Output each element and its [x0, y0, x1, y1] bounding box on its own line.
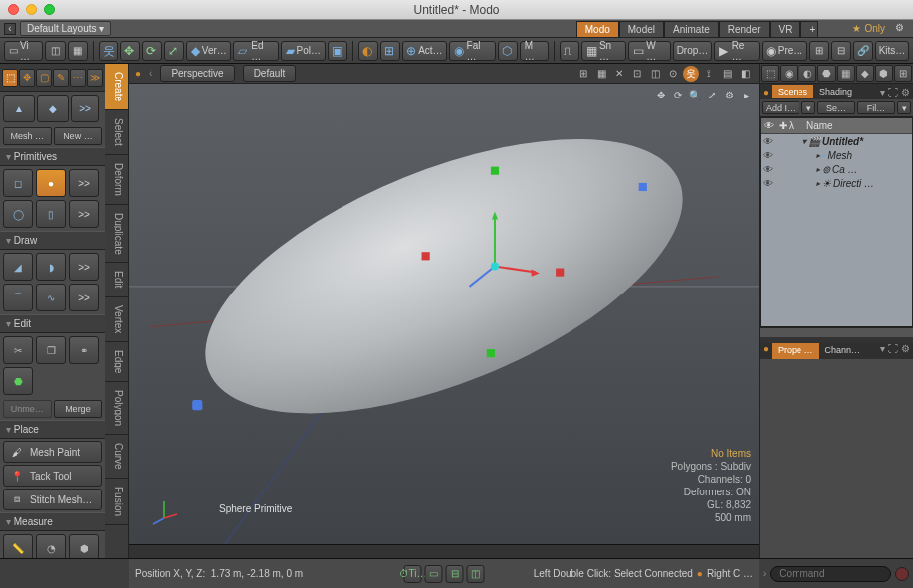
cube-primitive[interactable]: ◻: [3, 169, 33, 197]
vtab-edge[interactable]: Edge: [105, 342, 128, 382]
person-icon[interactable]: 웃: [99, 41, 118, 61]
scene-tree[interactable]: 👁✚ λ Name 👁 ▾🎬Untitled* 👁 ▸▫Mesh 👁 ▸⊚Ca …: [760, 117, 913, 327]
mesh-paint-button[interactable]: 🖌Mesh Paint: [3, 441, 102, 463]
kits-button[interactable]: Kits…: [875, 41, 909, 61]
place-header[interactable]: Place: [0, 420, 105, 439]
nav-rotate-icon[interactable]: ⟳: [671, 88, 685, 101]
mesh-button[interactable]: Mesh …: [3, 127, 52, 145]
tab-add[interactable]: +: [800, 21, 818, 37]
only-toggle[interactable]: ★ Only: [848, 23, 889, 34]
vp-opt-5[interactable]: ◫: [647, 66, 663, 82]
tab-model[interactable]: Model: [619, 21, 664, 37]
draw-tool-4[interactable]: ∿: [36, 284, 66, 311]
nav-zoom-icon[interactable]: 🔍: [688, 88, 702, 101]
tab-render[interactable]: Render: [719, 21, 770, 37]
grid-b-icon[interactable]: ⊟: [831, 41, 851, 61]
measure-header[interactable]: Measure: [0, 512, 105, 531]
cluster-pen-icon[interactable]: ✎: [53, 69, 69, 87]
draw-tool-2[interactable]: ◗: [36, 253, 66, 281]
cube-wireframe-icon[interactable]: ⬚: [2, 69, 18, 87]
move-icon[interactable]: ✥: [120, 41, 140, 61]
rtab-scenes[interactable]: Scenes: [772, 85, 813, 98]
transform-more[interactable]: >>: [71, 95, 99, 122]
tree-row-mesh[interactable]: 👁 ▸▫Mesh: [761, 148, 912, 162]
vp-opt-7[interactable]: ⟟: [701, 66, 717, 82]
layout-quad-icon[interactable]: ▦: [68, 41, 88, 61]
gear2-icon[interactable]: ⚙: [901, 87, 910, 98]
vp-opt-2[interactable]: ▦: [593, 66, 609, 82]
time-button[interactable]: ⏱Ti…: [404, 565, 422, 583]
grid-a-icon[interactable]: ⊞: [809, 41, 829, 61]
cluster-more-icon[interactable]: ⋯: [70, 69, 86, 87]
eye-icon[interactable]: 👁: [761, 136, 775, 147]
ri-7[interactable]: ⬢: [875, 65, 893, 82]
nav-move-icon[interactable]: ✥: [654, 88, 668, 101]
draw-tool-1[interactable]: ◢: [3, 253, 33, 281]
viewport-layout-button[interactable]: ▭ Vi …: [4, 41, 43, 61]
workplane-icon[interactable]: ⊞: [380, 41, 400, 61]
edges-mode[interactable]: ▱Ed …: [233, 41, 278, 61]
vp-opt-9[interactable]: ◧: [737, 66, 753, 82]
symmetry-icon[interactable]: ◐: [358, 41, 378, 61]
primitives-more-2[interactable]: >>: [69, 200, 99, 228]
tab-vr[interactable]: VR: [770, 21, 801, 37]
tab-modo[interactable]: Modo: [576, 21, 619, 37]
snap-toggle-icon[interactable]: ⎍: [560, 41, 579, 61]
pre-button[interactable]: ◉Pre…: [762, 41, 807, 61]
nav-play-icon[interactable]: ▸: [739, 88, 753, 101]
rotate-icon[interactable]: ⟳: [142, 41, 162, 61]
min2-icon[interactable]: ▾: [880, 343, 885, 359]
tree-row-camera[interactable]: 👁 ▸⊚Ca …: [761, 162, 912, 176]
rtab-shading[interactable]: Shading: [813, 85, 858, 98]
vertices-mode[interactable]: ◆Ver…: [186, 41, 231, 61]
filter-button[interactable]: Fil…: [857, 101, 895, 114]
transform-tool-a[interactable]: ▲: [3, 95, 35, 122]
scissors-icon[interactable]: ✂: [3, 336, 33, 364]
layout-split-icon[interactable]: ◫: [45, 41, 65, 61]
torus-primitive[interactable]: ◯: [3, 200, 33, 228]
expand-icon[interactable]: ⛶: [888, 87, 898, 98]
draw-tool-3[interactable]: ⌒: [3, 284, 33, 311]
status-icon-2[interactable]: ▭: [425, 565, 443, 583]
tree-row-light[interactable]: 👁 ▸☀Directi …: [761, 176, 912, 190]
w-button[interactable]: ▭W …: [628, 41, 671, 61]
rtab-props[interactable]: Prope …: [772, 343, 819, 359]
ri-2[interactable]: ◉: [780, 65, 798, 82]
draw-header[interactable]: Draw: [0, 231, 105, 250]
vtab-deform[interactable]: Deform: [105, 155, 128, 205]
plus-header-icon[interactable]: ✚: [779, 120, 787, 131]
re-button[interactable]: ▶Re …: [714, 41, 760, 61]
eye-icon[interactable]: 👁: [761, 150, 775, 161]
add-item-expand[interactable]: ▾: [801, 101, 815, 114]
cylinder-primitive[interactable]: ▯: [36, 200, 66, 228]
tree-scrollbar[interactable]: [760, 327, 913, 337]
command-input[interactable]: Command: [770, 566, 891, 582]
cluster-move-icon[interactable]: ✥: [19, 69, 35, 87]
vtab-edit[interactable]: Edit: [105, 263, 128, 296]
new-button[interactable]: New …: [54, 127, 103, 145]
polygons-mode[interactable]: ▰Pol…: [281, 41, 326, 61]
vtab-polygon[interactable]: Polygon: [105, 382, 128, 435]
vtab-vertex[interactable]: Vertex: [105, 297, 128, 342]
link-icon[interactable]: 🔗: [853, 41, 873, 61]
copy-icon[interactable]: ❐: [36, 336, 66, 364]
constraint-icon[interactable]: ⬡: [498, 41, 518, 61]
min-icon[interactable]: ▾: [880, 87, 885, 98]
vp-opt-8[interactable]: ▤: [719, 66, 735, 82]
vp-opt-4[interactable]: ⊡: [629, 66, 645, 82]
status-icon-4[interactable]: ◫: [467, 565, 485, 583]
filter-expand[interactable]: ▾: [897, 101, 911, 114]
weld-icon[interactable]: ⚭: [69, 336, 99, 364]
shading-dropdown[interactable]: Default: [243, 65, 297, 82]
tack-tool-button[interactable]: 📍Tack Tool: [3, 465, 102, 487]
vp-opt-6[interactable]: ⊙: [665, 66, 681, 82]
status-icon-3[interactable]: ⊟: [446, 565, 464, 583]
perspective-dropdown[interactable]: Perspective: [160, 65, 234, 82]
nav-fit-icon[interactable]: ⤢: [705, 88, 719, 101]
scale-icon[interactable]: ⤢: [164, 41, 184, 61]
stitch-mesh-button[interactable]: ⧈Stitch Mesh…: [3, 489, 102, 510]
vtab-duplicate[interactable]: Duplicate: [105, 205, 128, 264]
unmerge-button[interactable]: Unme…: [3, 400, 52, 418]
m-button[interactable]: M …: [520, 41, 549, 61]
vp-opt-3[interactable]: ✕: [611, 66, 627, 82]
